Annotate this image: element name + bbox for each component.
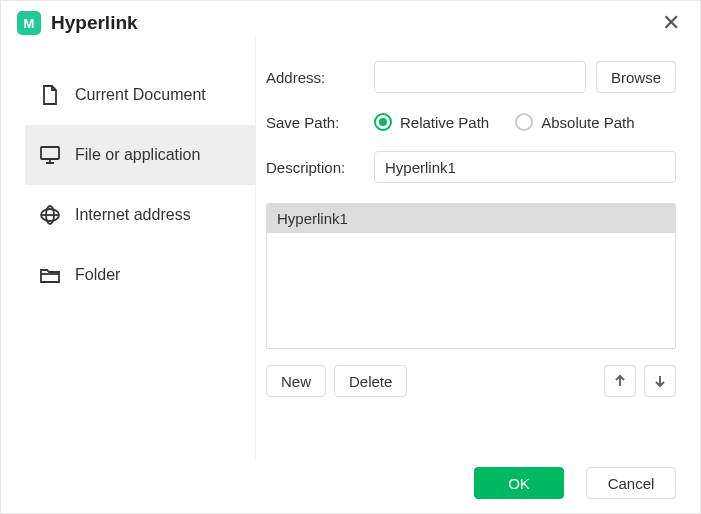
folder-icon [39,264,61,286]
radio-label: Relative Path [400,114,489,131]
savepath-label: Save Path: [266,114,374,131]
browse-button[interactable]: Browse [596,61,676,93]
radio-label: Absolute Path [541,114,634,131]
move-up-button[interactable] [604,365,636,397]
delete-button[interactable]: Delete [334,365,407,397]
dialog-title: Hyperlink [51,12,138,34]
radio-unchecked-icon [515,113,533,131]
close-icon[interactable]: ✕ [658,12,684,34]
ok-button[interactable]: OK [474,467,564,499]
absolute-path-radio[interactable]: Absolute Path [515,113,634,131]
svg-rect-0 [41,147,59,159]
main-panel: Address: Browse Save Path: Relative Path… [255,37,700,459]
hyperlink-dialog: M Hyperlink ✕ Current Document File or a… [0,0,701,514]
globe-icon [39,204,61,226]
app-logo-icon: M [17,11,41,35]
sidebar-item-label: Folder [75,266,120,284]
relative-path-radio[interactable]: Relative Path [374,113,489,131]
cancel-button[interactable]: Cancel [586,467,676,499]
sidebar-item-label: Current Document [75,86,206,104]
sidebar-item-file-or-application[interactable]: File or application [25,125,255,185]
document-icon [39,84,61,106]
description-label: Description: [266,159,374,176]
arrow-up-icon [613,374,627,388]
address-label: Address: [266,69,374,86]
radio-checked-icon [374,113,392,131]
new-button[interactable]: New [266,365,326,397]
sidebar-item-label: File or application [75,146,200,164]
description-input[interactable] [374,151,676,183]
address-input[interactable] [374,61,586,93]
dialog-header: M Hyperlink ✕ [1,1,700,37]
hyperlinks-list[interactable]: Hyperlink1 [266,203,676,349]
sidebar-item-internet-address[interactable]: Internet address [25,185,255,245]
monitor-icon [39,144,61,166]
sidebar-item-current-document[interactable]: Current Document [25,65,255,125]
sidebar: Current Document File or application Int… [1,37,255,459]
sidebar-item-label: Internet address [75,206,191,224]
sidebar-item-folder[interactable]: Folder [25,245,255,305]
move-down-button[interactable] [644,365,676,397]
list-item[interactable]: Hyperlink1 [267,204,675,233]
arrow-down-icon [653,374,667,388]
